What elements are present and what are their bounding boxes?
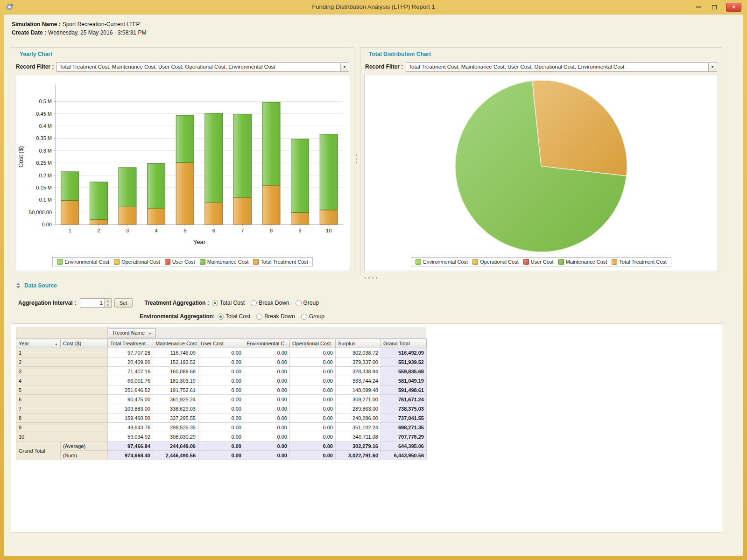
minimize-button[interactable]: [694, 3, 703, 11]
spinner-up-button[interactable]: ▲: [105, 299, 111, 303]
table-cell: 116,746.09: [153, 348, 198, 357]
legend-item: User Cost: [165, 259, 195, 265]
table-cell: 244,649.06: [153, 441, 198, 451]
table-cell: 71,407.16: [108, 367, 153, 376]
bar-segment: [320, 134, 338, 210]
table-cell: 298,525.35: [153, 423, 198, 432]
column-header-user[interactable]: User Cost: [198, 339, 244, 348]
table-cell: 0.00: [290, 348, 336, 357]
row-header-year[interactable]: 10: [16, 432, 108, 441]
legend-item: Total Treatment Cost: [612, 259, 667, 265]
close-button[interactable]: ✕: [726, 3, 741, 12]
legend-label: Environmental Cost: [64, 259, 109, 265]
record-name-field-button[interactable]: Record Name ▲: [109, 328, 156, 337]
column-header-operational[interactable]: Operational Cost: [290, 339, 336, 348]
maximize-button[interactable]: [710, 3, 719, 11]
row-header-year[interactable]: 8: [16, 413, 108, 423]
radio-icon: [218, 314, 224, 320]
year-field-button[interactable]: Year▲: [16, 339, 61, 348]
table-cell: 0.00: [198, 348, 244, 357]
spinner-down-button[interactable]: ▼: [105, 303, 111, 308]
table-row: 7109,883.00338,629.030.000.000.00289,863…: [16, 404, 427, 413]
aggregation-interval-spinner[interactable]: 1 ▲▼: [80, 298, 112, 308]
radio-environmental-break-down[interactable]: Break Down: [256, 313, 295, 320]
table-cell: 0.00: [244, 413, 290, 423]
radio-environmental-total-cost[interactable]: Total Cost: [218, 313, 250, 320]
radio-treatment-break-down[interactable]: Break Down: [251, 300, 289, 306]
table-cell: 0.00: [290, 441, 336, 451]
table-cell: 0.00: [198, 385, 244, 395]
table-row: 1059,034.92308,030.290.000.000.00340,711…: [16, 432, 427, 441]
column-header-maintenance[interactable]: Maintenance Cost: [153, 339, 198, 348]
row-header-year[interactable]: 2: [16, 357, 108, 367]
collapse-icon[interactable]: [16, 283, 20, 288]
window-title: Funding Distribution Analysis (LTFP) Rep…: [0, 3, 747, 10]
table-cell: 0.00: [198, 376, 244, 385]
bar-segment: [291, 139, 309, 212]
table-cell: 289,863.00: [336, 404, 381, 413]
dropdown-button[interactable]: ▼: [708, 63, 716, 71]
table-cell: 152,193.52: [153, 357, 198, 367]
bar-segment: [90, 182, 107, 219]
data-source-title: Data Source: [24, 282, 57, 289]
radio-icon: [301, 314, 307, 320]
legend-label: Operational Cost: [121, 259, 160, 265]
yearly-chart-title: Yearly Chart: [20, 51, 52, 57]
cost-field-button[interactable]: Cost ($): [61, 339, 108, 348]
table-row: 690,475.00361,925.240.000.000.00309,271.…: [16, 395, 427, 404]
table-cell: 97,466.84: [108, 441, 153, 451]
aggregation-interval-label: Aggregation Interval :: [18, 300, 76, 306]
dropdown-button[interactable]: ▼: [340, 63, 348, 71]
legend-item: Maintenance Cost: [558, 259, 607, 265]
data-source-header: Data Source: [16, 282, 57, 289]
bar-segment: [176, 115, 194, 162]
radio-treatment-total-cost[interactable]: Total Cost: [212, 300, 245, 306]
simulation-name-label: Simulation Name :: [12, 21, 61, 28]
table-cell: 0.00: [198, 432, 244, 441]
aggregation-controls-row-1: Aggregation Interval : 1 ▲▼ Set Treatmen…: [18, 298, 325, 308]
set-button[interactable]: Set: [114, 298, 133, 308]
table-cell: 240,286.00: [336, 413, 381, 423]
title-bar: Funding Distribution Analysis (LTFP) Rep…: [0, 0, 747, 14]
column-header-environmental[interactable]: Environmental C...: [244, 339, 290, 348]
row-header-year[interactable]: 4: [16, 376, 108, 385]
legend-swatch-icon: [523, 259, 529, 265]
yearly-record-filter-dropdown[interactable]: Total Treatment Cost, Maintenance Cost, …: [56, 62, 349, 72]
aggregate-label: (Sum): [61, 451, 108, 460]
distribution-record-filter-dropdown[interactable]: Total Treatment Cost, Maintenance Cost, …: [406, 62, 717, 72]
bar-chart-legend: Environmental CostOperational CostUser C…: [52, 257, 313, 266]
column-header-row: Year▲ Cost ($) Total Treatment... Mainte…: [16, 339, 427, 348]
legend-label: Total Treatment Cost: [619, 259, 667, 265]
pivot-column-area: Record Name ▲: [107, 327, 426, 339]
table-cell: 0.00: [198, 395, 244, 404]
radio-treatment-group[interactable]: Group: [296, 300, 319, 306]
row-header-year[interactable]: 7: [16, 404, 108, 413]
vertical-splitter[interactable]: [356, 154, 357, 163]
column-header-total-treatment[interactable]: Total Treatment...: [108, 339, 153, 348]
row-header-year[interactable]: 9: [16, 423, 108, 432]
radio-environmental-group[interactable]: Group: [301, 313, 324, 320]
table-cell: 551,939.52: [381, 357, 427, 367]
radio-icon: [296, 300, 302, 306]
table-cell: 97,707.28: [108, 348, 153, 357]
table-row: 466,001.76181,303.190.000.000.00333,744.…: [16, 376, 427, 385]
column-header-surplus[interactable]: Surplus: [336, 339, 381, 348]
row-header-year[interactable]: 6: [16, 395, 108, 404]
row-header-year[interactable]: 3: [16, 367, 108, 376]
table-cell: 0.00: [198, 404, 244, 413]
table-cell: 20,409.00: [108, 357, 153, 367]
table-cell: 974,668.40: [108, 451, 153, 460]
row-header-year[interactable]: 1: [16, 348, 108, 357]
column-header-grand-total[interactable]: Grand Total: [381, 339, 427, 348]
pie-chart-legend: Environmental CostOperational CostUser C…: [411, 257, 671, 266]
horizontal-splitter[interactable]: [365, 277, 377, 279]
maximize-icon: [712, 5, 717, 9]
table-cell: 0.00: [198, 451, 244, 460]
chevron-down-icon: ▼: [343, 65, 346, 69]
bar-segment: [90, 219, 107, 224]
bar-segment: [61, 200, 79, 224]
legend-label: Maintenance Cost: [207, 259, 249, 265]
row-header-year[interactable]: 5: [16, 385, 108, 395]
record-filter-value: Total Treatment Cost, Maintenance Cost, …: [59, 64, 275, 70]
pivot-header-area: Record Name ▲: [16, 327, 426, 339]
